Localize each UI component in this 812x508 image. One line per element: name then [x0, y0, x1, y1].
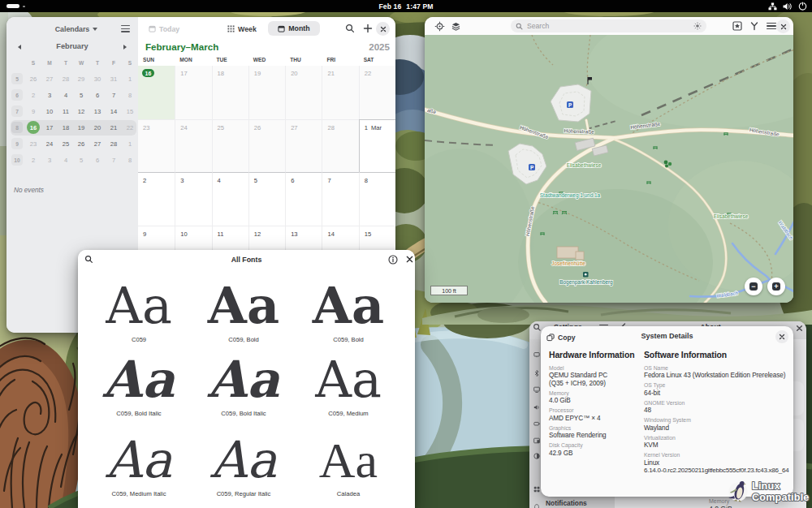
search-icon[interactable] — [345, 24, 355, 33]
font-tile[interactable]: AaC059, Regular Italic — [192, 435, 296, 497]
mini-day-today[interactable]: 16 — [27, 121, 40, 134]
maps-search-field[interactable]: Search — [511, 19, 706, 32]
close-button[interactable] — [376, 22, 390, 36]
mini-day-cell[interactable]: 24 — [44, 136, 55, 152]
month-grid-cell[interactable]: 28 — [322, 119, 358, 173]
mini-day-cell[interactable]: 27 — [44, 71, 55, 87]
mini-day-cell[interactable]: 18 — [60, 119, 71, 136]
appearance-icon[interactable] — [533, 448, 540, 454]
route-icon[interactable] — [749, 21, 759, 31]
calendar-menu-button[interactable] — [121, 25, 130, 32]
sound-icon[interactable] — [533, 399, 540, 406]
font-tile[interactable]: AaC059 — [87, 281, 192, 343]
clock-button[interactable]: Feb 16 1:47 PM — [0, 0, 812, 12]
mini-day-cell[interactable]: 22 — [124, 119, 136, 136]
mini-day-cell[interactable]: 25 — [60, 136, 71, 152]
mini-day-cell[interactable]: 5 — [76, 152, 87, 168]
month-grid-cell[interactable]: 21 — [322, 66, 358, 119]
displays-icon[interactable] — [533, 381, 540, 388]
mini-day-cell[interactable]: 1 — [124, 71, 136, 87]
month-grid-cell[interactable]: 24 — [175, 119, 211, 173]
month-grid-cell[interactable]: 8 — [359, 172, 395, 226]
bluetooth-icon[interactable] — [533, 365, 540, 372]
mini-day-cell[interactable]: 13 — [92, 103, 103, 119]
multitasking-icon[interactable] — [533, 433, 540, 439]
month-grid-cell[interactable]: 16 — [138, 66, 175, 119]
mini-day-cell[interactable]: 23 — [28, 136, 39, 152]
month-grid-cell[interactable]: 23 — [138, 119, 175, 173]
mini-day-cell[interactable]: 3 — [44, 87, 55, 103]
font-tile[interactable]: AaC059, Medium — [296, 355, 401, 417]
mini-day-cell[interactable]: 6 — [92, 87, 103, 103]
mini-day-cell[interactable]: 3 — [44, 152, 55, 168]
mini-day-cell[interactable]: 30 — [92, 71, 103, 87]
map-canvas[interactable]: PP aßeHöhenstraßeHöhenstraßeHöhenstraßeH… — [425, 35, 793, 303]
font-tile[interactable]: AaC059, Bold Italic — [192, 355, 296, 417]
zoom-in-button[interactable]: + — [767, 278, 785, 295]
mini-day-cell[interactable]: 28 — [108, 136, 119, 152]
notifications-icon[interactable] — [533, 499, 540, 506]
month-grid-cell[interactable]: 7 — [322, 172, 358, 226]
mini-day-cell[interactable]: 5 — [76, 87, 87, 103]
month-grid-cell[interactable]: 5 — [248, 172, 285, 226]
search-icon[interactable] — [533, 323, 542, 332]
month-grid-cell[interactable]: 27 — [285, 119, 322, 173]
font-tile[interactable]: AaC059, Medium Italic — [87, 435, 192, 497]
info-icon[interactable] — [388, 255, 398, 265]
font-tile[interactable]: AaC059, Bold Italic — [87, 355, 192, 417]
month-grid-cell[interactable]: 20 — [285, 66, 322, 119]
mini-day-cell[interactable]: 2 — [28, 87, 39, 103]
locate-icon[interactable] — [434, 21, 445, 32]
month-grid-cell[interactable]: 4 — [212, 172, 248, 226]
mini-day-cell[interactable]: 12 — [76, 103, 87, 119]
mini-day-cell[interactable]: 15 — [124, 103, 136, 119]
month-grid-cell[interactable]: 26 — [248, 119, 285, 173]
zoom-out-button[interactable]: − — [745, 278, 762, 295]
add-event-button[interactable] — [363, 24, 373, 33]
apps-icon[interactable] — [533, 481, 540, 488]
mini-day-cell[interactable]: 26 — [28, 71, 39, 87]
mini-day-cell[interactable]: 8 — [124, 87, 136, 103]
mini-day-cell[interactable]: 19 — [76, 119, 87, 136]
mini-day-cell[interactable]: 7 — [108, 152, 119, 168]
mini-day-cell[interactable]: 28 — [60, 71, 71, 87]
month-grid-cell[interactable]: 17 — [175, 66, 211, 119]
close-button[interactable] — [776, 19, 790, 33]
calendars-dropdown[interactable]: Calendars — [42, 23, 110, 35]
mini-day-cell[interactable]: 9 — [28, 103, 39, 119]
mini-day-cell[interactable]: 31 — [108, 71, 119, 87]
mini-day-cell[interactable]: 27 — [92, 136, 103, 152]
today-button[interactable]: Today — [149, 22, 179, 36]
month-view-button[interactable]: Month — [268, 21, 320, 36]
mini-day-cell[interactable]: 11 — [60, 103, 71, 119]
mini-day-cell[interactable]: 29 — [76, 71, 87, 87]
month-grid-cell[interactable]: 18 — [212, 66, 248, 119]
mini-day-cell[interactable]: 8 — [124, 152, 136, 168]
network-icon[interactable] — [533, 347, 540, 353]
mini-day-cell[interactable]: 26 — [76, 136, 87, 152]
month-grid-cell[interactable]: 22 — [359, 66, 395, 119]
week-view-button[interactable]: Week — [227, 22, 257, 36]
month-grid-cell[interactable]: 1Mar — [359, 119, 395, 173]
close-icon[interactable] — [406, 256, 413, 263]
favorites-icon[interactable] — [732, 21, 742, 31]
mini-day-cell[interactable]: 10 — [44, 103, 55, 119]
font-tile[interactable]: AaC059, Bold — [192, 281, 296, 343]
mini-next-month-button[interactable] — [123, 45, 127, 50]
mini-day-cell[interactable]: 2 — [28, 152, 39, 168]
mini-day-cell[interactable]: 14 — [108, 103, 119, 119]
mini-day-cell[interactable]: 6 — [92, 152, 103, 168]
mini-day-cell[interactable]: 4 — [60, 152, 71, 168]
month-grid-cell[interactable]: 25 — [212, 119, 248, 173]
mini-day-cell[interactable]: 21 — [108, 119, 119, 136]
mini-day-cell[interactable]: 20 — [92, 119, 103, 136]
power-icon[interactable] — [533, 415, 540, 422]
sidebar-item-notifications[interactable]: Notifications — [546, 499, 587, 507]
mini-day-cell[interactable]: 4 — [60, 87, 71, 103]
layers-icon[interactable] — [451, 22, 460, 31]
font-tile[interactable]: AaC059, Bold — [296, 281, 401, 343]
mini-day-cell[interactable]: 1 — [124, 136, 136, 152]
month-grid-cell[interactable]: 3 — [175, 172, 211, 226]
month-grid-cell[interactable]: 6 — [285, 172, 322, 226]
maps-menu-button[interactable] — [767, 23, 776, 30]
